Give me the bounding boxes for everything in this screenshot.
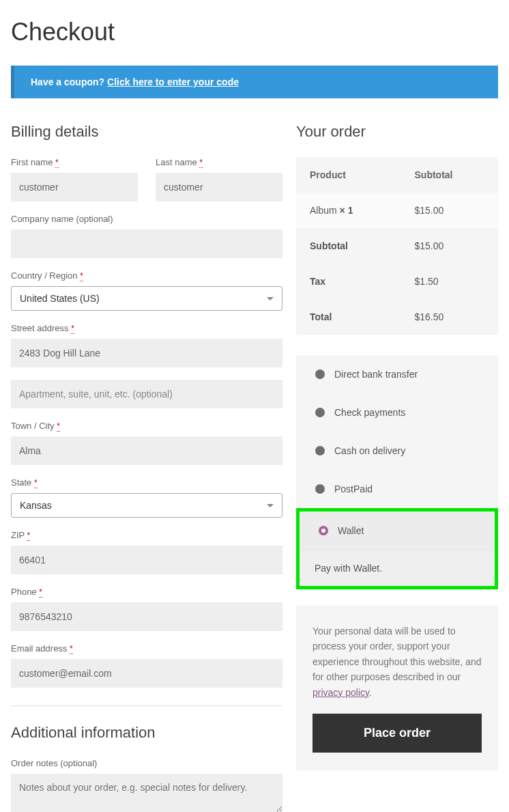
- email-input[interactable]: [11, 659, 282, 688]
- city-label: Town / City *: [11, 421, 282, 431]
- place-order-button[interactable]: Place order: [312, 714, 482, 753]
- item-price: $15.00: [401, 193, 498, 228]
- additional-heading: Additional information: [11, 724, 282, 742]
- chevron-down-icon: [267, 297, 274, 300]
- total-value: $16.50: [401, 299, 498, 335]
- country-value: United States (US): [20, 293, 100, 304]
- subtotal-value: $15.00: [401, 228, 498, 264]
- email-label: Email address *: [11, 643, 282, 654]
- privacy-section: Your personal data will be used to proce…: [296, 606, 498, 770]
- state-value: Kansas: [20, 500, 52, 511]
- tax-label: Tax: [296, 264, 401, 299]
- street-input[interactable]: [11, 339, 282, 367]
- payment-wallet[interactable]: Wallet: [300, 512, 495, 550]
- payment-label: PostPaid: [334, 484, 373, 494]
- payment-label: Direct bank transfer: [334, 369, 418, 380]
- order-heading: Your order: [296, 123, 498, 141]
- billing-heading: Billing details: [11, 123, 282, 141]
- city-input[interactable]: [11, 436, 282, 465]
- coupon-prompt: Have a coupon?: [31, 76, 107, 87]
- state-label: State *: [11, 477, 282, 488]
- wallet-description: Pay with Wallet.: [300, 550, 495, 586]
- page-title: Checkout: [11, 18, 498, 46]
- col-subtotal: Subtotal: [401, 157, 498, 193]
- notes-label: Order notes (optional): [11, 758, 282, 768]
- company-input[interactable]: [11, 229, 282, 258]
- col-product: Product: [296, 157, 401, 193]
- tax-value: $1.50: [401, 264, 498, 299]
- radio-selected-icon: [319, 526, 328, 535]
- coupon-link[interactable]: Click here to enter your code: [107, 76, 239, 87]
- payment-methods: Direct bank transfer Check payments Cash…: [296, 355, 498, 589]
- order-table: Product Subtotal Album × 1 $15.00 Subtot…: [296, 157, 498, 335]
- street-label: Street address *: [11, 323, 282, 333]
- last-name-label: Last name *: [156, 157, 282, 167]
- country-label: Country / Region *: [11, 270, 282, 281]
- payment-check[interactable]: Check payments: [296, 393, 498, 432]
- first-name-input[interactable]: [11, 173, 138, 201]
- radio-icon: [315, 484, 325, 494]
- item-qty: × 1: [340, 205, 353, 216]
- divider: [11, 705, 282, 706]
- total-label: Total: [296, 299, 401, 335]
- state-select[interactable]: Kansas: [11, 493, 282, 518]
- payment-label: Check payments: [334, 407, 405, 418]
- payment-label: Cash on delivery: [334, 445, 405, 456]
- subtotal-label: Subtotal: [296, 228, 401, 264]
- zip-label: ZIP *: [11, 530, 282, 540]
- table-row: Album × 1 $15.00: [296, 193, 498, 228]
- coupon-banner: Have a coupon? Click here to enter your …: [11, 66, 498, 98]
- country-select[interactable]: United States (US): [11, 286, 282, 311]
- radio-icon: [315, 408, 325, 417]
- item-name: Album: [310, 205, 340, 216]
- first-name-label: First name *: [11, 157, 138, 167]
- payment-postpaid[interactable]: PostPaid: [296, 470, 498, 508]
- phone-label: Phone *: [11, 587, 282, 597]
- payment-cod[interactable]: Cash on delivery: [296, 432, 498, 470]
- privacy-policy-link[interactable]: privacy policy: [312, 687, 369, 698]
- zip-input[interactable]: [11, 546, 282, 574]
- last-name-input[interactable]: [156, 173, 282, 201]
- table-row: Tax $1.50: [296, 264, 498, 299]
- payment-bank[interactable]: Direct bank transfer: [296, 355, 498, 393]
- table-row: Subtotal $15.00: [296, 228, 498, 264]
- company-label: Company name (optional): [11, 214, 282, 224]
- payment-label: Wallet: [338, 525, 364, 536]
- notes-textarea[interactable]: [11, 774, 282, 812]
- chevron-down-icon: [267, 504, 274, 507]
- street2-input[interactable]: [11, 380, 282, 408]
- radio-icon: [315, 446, 325, 456]
- radio-icon: [315, 369, 325, 379]
- payment-wallet-highlight: Wallet Pay with Wallet.: [296, 508, 498, 589]
- privacy-text: Your personal data will be used to proce…: [312, 624, 482, 700]
- phone-input[interactable]: [11, 602, 282, 631]
- table-row: Total $16.50: [296, 299, 498, 335]
